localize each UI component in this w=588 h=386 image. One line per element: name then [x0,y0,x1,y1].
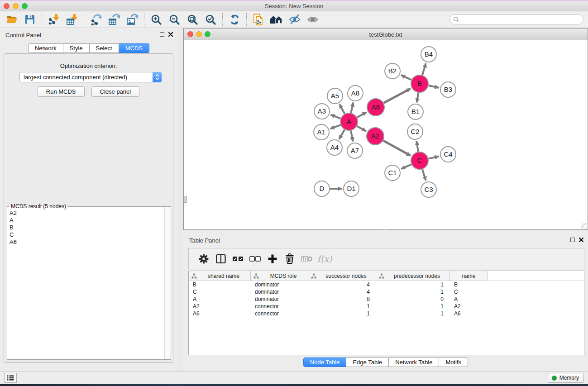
graph-node-A1[interactable]: A1 [314,124,329,140]
import-table-button[interactable] [63,12,81,27]
hide-graphics-details-button[interactable] [286,12,304,27]
close-panel-button[interactable]: Close panel [91,86,140,97]
tab-style[interactable]: Style [63,43,90,53]
column-header-predecessor-nodes[interactable]: predecessor nodes [376,271,450,281]
show-graphics-details-button[interactable] [304,12,322,27]
select-all-button[interactable] [229,251,247,267]
graph-edge-C-C4[interactable] [429,157,439,159]
tab-network-table[interactable]: Network Table [389,357,439,367]
graph-edge-A-A7[interactable] [351,131,353,142]
graph-node-D[interactable]: D [314,181,330,196]
column-header-MCDS-role[interactable]: MCDS role [251,271,308,281]
graph-node-C2[interactable]: C2 [407,124,423,139]
graph-node-B[interactable]: B [411,75,428,92]
graph-edge-A2-C[interactable] [383,141,411,156]
graph-node-C[interactable]: C [411,152,428,169]
float-panel-icon[interactable] [160,32,164,37]
add-column-button[interactable] [264,251,281,267]
graph-node-B1[interactable]: B1 [408,104,423,119]
tab-node-table[interactable]: Node Table [303,357,347,367]
column-header-name[interactable]: name [450,271,488,281]
task-history-button[interactable] [4,373,17,383]
export-table-button[interactable] [105,12,123,27]
search-input[interactable] [449,14,583,24]
graph-edge-A6-B[interactable] [384,89,411,103]
zoom-out-button[interactable] [165,12,183,27]
result-scrollbar[interactable] [164,207,170,359]
graph-canvas[interactable]: B4B2BB3A5A8A6B1A3AA1C2A2A4A7C4CC1C3DD1 [184,40,588,229]
result-item[interactable]: A2 [8,210,163,217]
graph-node-A6[interactable]: A6 [367,99,384,116]
refresh-layout-button[interactable] [225,12,244,27]
tab-network[interactable]: Network [28,43,63,53]
result-item[interactable]: C [8,231,163,238]
close-panel-icon[interactable] [168,32,173,37]
export-image-button[interactable] [123,12,141,27]
graph-edge-B-B1[interactable] [417,93,418,102]
column-layout-button[interactable] [212,251,229,267]
import-network-button[interactable] [45,12,63,27]
result-item[interactable]: B [8,224,163,231]
graph-edge-A-A4[interactable] [339,129,344,139]
splitter-notch[interactable] [184,196,187,203]
graph-edge-C-C2[interactable] [416,141,418,152]
zoom-in-button[interactable] [147,12,165,27]
table-row[interactable]: Cdominator41C [189,288,584,295]
zoom-fit-button[interactable] [183,12,201,27]
tab-mcds[interactable]: MCDS [119,43,149,53]
graph-edge-A-A8[interactable] [351,102,353,113]
result-item[interactable]: A [8,217,163,224]
float-table-panel-icon[interactable] [570,238,575,242]
zoom-selected-button[interactable] [201,12,220,27]
graph-node-A3[interactable]: A3 [314,104,330,119]
graph-node-D1[interactable]: D1 [344,181,359,196]
graph-edge-B-B2[interactable] [401,75,411,80]
graph-node-C1[interactable]: C1 [385,165,400,181]
optimization-criterion-select[interactable]: largest connected component (directed) [19,72,162,82]
tab-select[interactable]: Select [90,43,119,53]
column-header-successor-nodes[interactable]: successor nodes [308,271,376,281]
export-network-button[interactable] [87,12,105,27]
column-header-shared-name[interactable]: shared name [189,271,251,281]
home-first-neighbors-button[interactable] [268,12,286,27]
table-row[interactable]: Adominator80A [189,295,584,303]
graph-node-C4[interactable]: C4 [440,147,456,162]
result-item[interactable]: A6 [8,238,163,246]
graph-node-A8[interactable]: A8 [348,86,363,101]
graph-node-A[interactable]: A [340,113,358,130]
graph-node-A4[interactable]: A4 [327,140,342,155]
table-row[interactable]: A6connector11A6 [189,310,584,317]
graph-edge-A-A6[interactable] [357,112,367,117]
graph-node-B2[interactable]: B2 [385,63,400,79]
table-row[interactable]: A2connector11A2 [189,303,584,310]
delete-column-button[interactable] [281,251,298,267]
save-session-button[interactable] [21,12,39,27]
memory-button[interactable]: Memory [548,373,584,383]
graph-edge-A-A3[interactable] [331,115,341,119]
graph-node-A5[interactable]: A5 [327,88,343,104]
graph-edge-A-A1[interactable] [330,125,341,129]
table-row[interactable]: Bdominator41B [189,281,584,288]
network-window-titlebar[interactable]: testGlobe.txt [184,29,588,40]
close-table-panel-icon[interactable] [579,238,583,242]
graph-edge-A-A2[interactable] [357,126,366,131]
tab-motifs[interactable]: Motifs [439,357,468,367]
graph-node-A2[interactable]: A2 [367,128,384,145]
window-resize-grip[interactable] [581,223,587,229]
unchecked-boxes-icon [249,255,261,262]
tab-edge-table[interactable]: Edge Table [346,357,389,367]
graph-edge-B-B4[interactable] [422,63,426,75]
graph-edge-C-C1[interactable] [401,164,411,169]
graph-node-B3[interactable]: B3 [440,82,456,97]
open-file-button[interactable] [3,12,21,27]
graph-node-C3[interactable]: C3 [421,182,436,197]
graph-edge-B-B3[interactable] [429,86,439,88]
run-mcds-button[interactable]: Run MCDS [38,86,85,97]
table-settings-button[interactable] [195,251,212,267]
clone-network-button[interactable] [249,12,268,27]
unselect-all-button[interactable] [247,251,264,267]
graph-node-A7[interactable]: A7 [347,143,363,158]
graph-edge-C-C3[interactable] [422,169,426,181]
graph-edge-A-A5[interactable] [339,104,344,114]
graph-node-B4[interactable]: B4 [421,47,436,62]
